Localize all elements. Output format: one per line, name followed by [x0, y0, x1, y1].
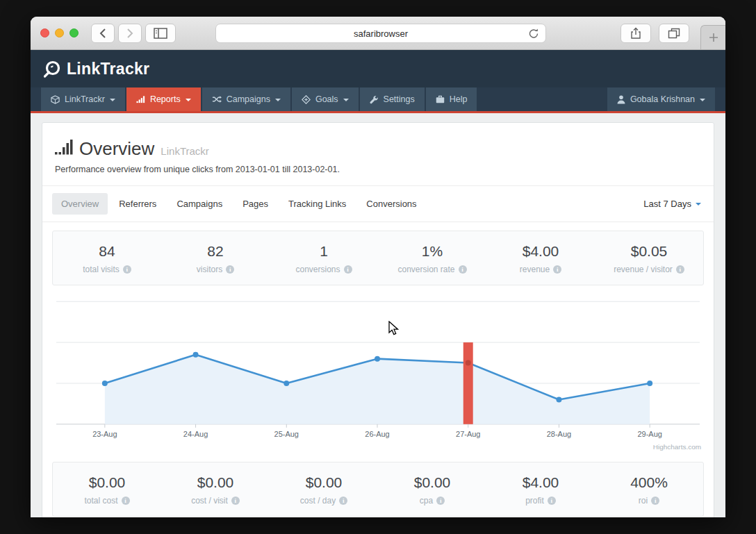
nav-label: Goals [315, 94, 338, 104]
info-icon[interactable] [226, 265, 234, 274]
signal-bars-icon [55, 140, 73, 155]
nav-label: Help [450, 94, 468, 104]
tab-conversions[interactable]: Conversions [357, 193, 425, 215]
zoom-window-button[interactable] [69, 28, 79, 37]
stat-value: $4.00 [486, 474, 595, 491]
stat-revenue: $4.00revenue [486, 243, 595, 274]
caret-down-icon [110, 99, 115, 101]
page-subtitle: Performance overview from unique clicks … [55, 165, 701, 174]
page-title: Overview [79, 138, 154, 160]
stat-label: conversion rate [397, 265, 454, 274]
nav-label: Reports [150, 94, 181, 104]
nav-item-reports[interactable]: Reports [126, 87, 201, 111]
address-bar[interactable]: safaribrowser [215, 24, 546, 43]
nav-item-campaigns[interactable]: Campaigns [202, 87, 290, 111]
share-icon [630, 27, 641, 40]
overview-card: Overview LinkTrackr Performance overview… [42, 122, 714, 517]
info-icon[interactable] [459, 265, 467, 274]
share-button[interactable] [621, 24, 651, 43]
app-header: LinkTrackr [31, 50, 725, 87]
caret-down-icon [186, 99, 191, 101]
shuffle-icon [212, 95, 222, 103]
info-icon[interactable] [436, 497, 445, 505]
reload-icon [528, 28, 539, 40]
page-title-suffix: LinkTrackr [161, 145, 208, 157]
stat-label: cost / visit [191, 496, 228, 506]
stat-value: 1% [378, 243, 486, 260]
address-text: safaribrowser [354, 28, 408, 39]
stat-value: $0.00 [161, 474, 270, 491]
briefcase-icon [436, 95, 445, 103]
nav-label: LinkTrackr [65, 94, 105, 104]
stat-visitors: 82visitors [161, 243, 270, 274]
stat-cost-per-day: $0.00cost / day [270, 474, 378, 506]
info-icon[interactable] [231, 497, 240, 505]
stat-label: profit [525, 496, 544, 506]
nav-item-goals[interactable]: Goals [292, 87, 359, 111]
back-button[interactable] [91, 24, 115, 43]
stat-value: 1 [270, 243, 378, 260]
stat-label: cost / day [300, 496, 336, 506]
nav-item-linktrackr[interactable]: LinkTrackr [41, 87, 125, 111]
bar-chart-icon [136, 95, 145, 103]
user-menu[interactable]: Gobala Krishnan [607, 87, 715, 111]
date-range-dropdown[interactable]: Last 7 Days [643, 199, 704, 209]
report-tabs: Overview Referrers Campaigns Pages Track… [42, 186, 714, 222]
nav-item-settings[interactable]: Settings [360, 87, 425, 111]
info-icon[interactable] [339, 497, 347, 505]
info-icon[interactable] [553, 265, 561, 274]
browser-window: safaribrowser LinkTrackr LinkTrackr [31, 17, 725, 517]
user-icon [617, 95, 625, 104]
stat-value: $0.05 [595, 243, 703, 260]
user-name: Gobala Krishnan [630, 94, 695, 104]
stat-value: $0.00 [270, 474, 378, 491]
stat-cpa: $0.00cpa [378, 474, 486, 506]
svg-text:Highcharts.com: Highcharts.com [653, 443, 701, 451]
diamond-icon [302, 95, 311, 104]
page-content: Overview LinkTrackr Performance overview… [31, 113, 725, 517]
stat-label: visitors [197, 265, 222, 274]
tab-overview-button[interactable] [659, 24, 689, 43]
info-icon[interactable] [676, 265, 684, 274]
overview-chart: 23-Aug24-Aug25-Aug26-Aug27-Aug28-Aug29-A… [52, 291, 704, 458]
stat-label: total cost [84, 496, 117, 506]
stat-value: $4.00 [486, 243, 595, 260]
nav-label: Settings [384, 94, 415, 104]
forward-button[interactable] [118, 24, 142, 43]
sidebar-toggle-button[interactable] [145, 24, 176, 43]
tab-referrers[interactable]: Referrers [110, 193, 165, 215]
stat-value: $0.00 [53, 474, 161, 491]
info-icon[interactable] [651, 497, 659, 505]
window-controls [40, 28, 79, 37]
chevron-left-icon [99, 28, 106, 38]
info-icon[interactable] [548, 497, 556, 505]
new-tab-button[interactable] [700, 25, 725, 50]
info-icon[interactable] [344, 265, 352, 274]
stat-label: conversions [295, 265, 340, 274]
stats-panel-bottom: $0.00total cost $0.00cost / visit $0.00c… [52, 462, 704, 517]
nav-label: Campaigns [227, 94, 270, 104]
nav-item-help[interactable]: Help [426, 87, 477, 111]
svg-text:27-Aug: 27-Aug [456, 430, 480, 438]
date-range-label: Last 7 Days [643, 199, 691, 209]
tab-overview[interactable]: Overview [52, 193, 108, 215]
svg-text:23-Aug: 23-Aug [92, 430, 117, 438]
reload-button[interactable] [528, 28, 539, 42]
info-icon[interactable] [123, 265, 131, 274]
stat-label: total visits [83, 265, 120, 274]
tab-pages[interactable]: Pages [233, 193, 277, 215]
stat-label: revenue [520, 265, 550, 274]
wrench-icon [370, 95, 379, 104]
svg-text:26-Aug: 26-Aug [365, 430, 389, 438]
stat-value: 84 [53, 243, 161, 260]
tab-tracking-links[interactable]: Tracking Links [279, 193, 355, 215]
cube-icon [51, 95, 60, 104]
tab-campaigns[interactable]: Campaigns [167, 193, 231, 215]
info-icon[interactable] [122, 497, 130, 505]
svg-text:25-Aug: 25-Aug [274, 430, 299, 438]
close-window-button[interactable] [40, 28, 49, 37]
stat-revenue-per-visitor: $0.05revenue / visitor [595, 243, 703, 274]
minimize-window-button[interactable] [55, 28, 64, 37]
stat-label: revenue / visitor [614, 265, 673, 274]
chevron-right-icon [126, 28, 133, 38]
